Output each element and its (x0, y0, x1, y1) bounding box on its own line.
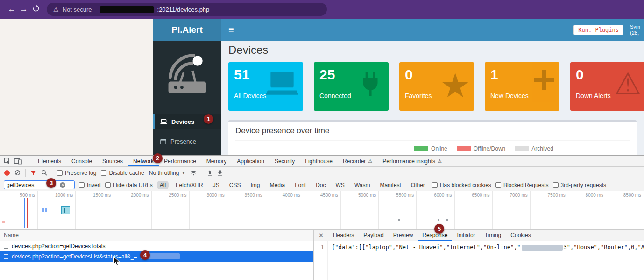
timeline-column: 8000 ms (568, 191, 606, 229)
chip-all[interactable]: All (157, 181, 169, 189)
search-icon[interactable] (41, 170, 47, 176)
throttling-select[interactable]: No throttling ▼ (149, 170, 186, 176)
run-plugins-button[interactable]: Run: Plugins (573, 25, 623, 35)
tab-preview[interactable]: Preview (389, 230, 418, 241)
request-row-selected[interactable]: devices.php?action=getDevicesList&status… (0, 251, 313, 262)
chip-ws[interactable]: WS (333, 181, 347, 189)
tab-initiator[interactable]: Initiator (452, 230, 480, 241)
legend-label: Online (431, 145, 447, 152)
chip-fetch-xhr[interactable]: Fetch/XHR (173, 181, 206, 189)
chip-font[interactable]: Font (292, 181, 309, 189)
header-device-line2: (28, (630, 30, 639, 36)
not-secure-label: Not secure (63, 6, 92, 13)
legend-item-offline[interactable]: Offline/Down (457, 145, 505, 152)
request-checkbox[interactable] (4, 244, 8, 249)
redacted-response-value (522, 245, 563, 251)
invert-checkbox[interactable]: Invert (79, 182, 101, 188)
record-icon[interactable] (4, 170, 10, 176)
address-bar[interactable]: ⚠ Not secure :20211/devices.php (47, 3, 327, 16)
checkbox-label: Hide data URLs (113, 182, 153, 188)
chip-js[interactable]: JS (210, 181, 222, 189)
blocked-requests-checkbox[interactable]: Blocked Requests (495, 182, 549, 188)
tab-performance-insights[interactable]: Performance insights ⚠ (377, 156, 447, 166)
has-blocked-cookies-checkbox[interactable]: Has blocked cookies (432, 182, 491, 188)
url-text: :20211/devices.php (157, 6, 210, 13)
legend-item-online[interactable]: Online (414, 145, 447, 152)
warning-icon: ⚠ (615, 69, 641, 99)
tab-sources[interactable]: Sources (97, 156, 128, 166)
tab-timing[interactable]: Timing (480, 230, 506, 241)
details-tabbar: ✕ Headers Payload Preview Response Initi… (314, 230, 644, 241)
response-body-line: {"data":[["laptop","Net - Huawei","Inter… (328, 241, 644, 280)
network-filter-field[interactable]: ✕ (4, 180, 75, 189)
stat-card-new-devices[interactable]: 1 New Devices + (485, 62, 559, 111)
chip-doc[interactable]: Doc (313, 181, 328, 189)
network-conditions-icon[interactable] (190, 170, 197, 176)
device-toolbar-icon[interactable] (14, 158, 22, 165)
inspect-element-icon[interactable] (4, 158, 11, 165)
close-icon[interactable]: ✕ (314, 230, 328, 241)
preserve-log-checkbox[interactable]: Preserve log (57, 170, 96, 176)
stat-card-down-alerts[interactable]: 0 Down Alerts ⚠ (570, 62, 644, 111)
checkbox-label: Invert (87, 182, 101, 188)
requests-table: Name devices.php?action=getDevicesTotals… (0, 230, 314, 280)
chip-img[interactable]: Img (248, 181, 262, 189)
forward-icon[interactable]: → (18, 5, 30, 14)
timeline-label: 4500 ms (320, 193, 338, 198)
preview-feature-icon: ⚠ (368, 158, 372, 164)
request-checkbox[interactable] (4, 254, 8, 259)
address-divider (96, 6, 96, 13)
menu-toggle-icon[interactable]: ≡ (228, 24, 234, 35)
disable-cache-checkbox[interactable]: Disable cache (101, 170, 144, 176)
router-illustration (153, 41, 221, 111)
stat-card-favorites[interactable]: 0 Favorites ★ (399, 62, 474, 111)
requests-name-header[interactable]: Name (0, 230, 313, 241)
stat-card-all-devices[interactable]: 51 All Devices (228, 62, 303, 111)
network-filterbar: ✕ Invert Hide data URLs All Fetch/XHR JS… (0, 179, 644, 191)
third-party-requests-checkbox[interactable]: 3rd-party requests (553, 182, 606, 188)
tab-lighthouse[interactable]: Lighthouse (300, 156, 338, 166)
chip-css[interactable]: CSS (226, 181, 244, 189)
filter-icon[interactable] (30, 170, 36, 176)
request-dot (2, 221, 5, 223)
stat-card-connected[interactable]: 25 Connected (314, 62, 389, 111)
network-split-view: Name devices.php?action=getDevicesTotals… (0, 230, 644, 280)
reload-icon[interactable] (30, 5, 42, 14)
back-icon[interactable]: ← (6, 5, 18, 14)
sidebar: Pi.Alert (153, 19, 221, 155)
tab-headers[interactable]: Headers (328, 230, 359, 241)
header-device-info: Sym (28, (630, 24, 641, 36)
chip-manifest[interactable]: Manifest (377, 181, 403, 189)
import-har-icon[interactable] (207, 170, 212, 176)
response-text: 3","House","Router",0,"Always on (564, 244, 644, 251)
stat-cards-row: 51 All Devices 25 Connected (228, 62, 644, 111)
tab-console[interactable]: Console (66, 156, 97, 166)
network-overview-timeline[interactable]: 500 ms 1000 ms 1500 ms 2000 ms 2500 ms 3… (0, 191, 644, 230)
tab-cookies[interactable]: Cookies (506, 230, 535, 241)
hide-data-urls-checkbox[interactable]: Hide data URLs (105, 182, 153, 188)
timeline-column: 3500 ms (227, 191, 265, 229)
response-viewer[interactable]: 1 {"data":[["laptop","Net - Huawei","Int… (314, 241, 644, 280)
chip-wasm[interactable]: Wasm (352, 181, 373, 189)
clear-filter-icon[interactable]: ✕ (60, 182, 65, 188)
app-brand[interactable]: Pi.Alert (153, 19, 221, 41)
tab-elements[interactable]: Elements (33, 156, 66, 166)
tab-security[interactable]: Security (269, 156, 300, 166)
timeline-label: 5500 ms (396, 193, 414, 198)
tab-payload[interactable]: Payload (359, 230, 388, 241)
tab-recorder[interactable]: Recorder ⚠ (338, 156, 377, 166)
chip-media[interactable]: Media (267, 181, 288, 189)
legend-swatch-archived (515, 146, 529, 151)
devtools-tabs: Elements Console Sources Network Perform… (33, 156, 447, 166)
tab-memory[interactable]: Memory (201, 156, 232, 166)
chip-other[interactable]: Other (408, 181, 428, 189)
legend-item-archived[interactable]: Archived (515, 145, 553, 152)
tab-performance[interactable]: Performance (159, 156, 201, 166)
sidebar-item-presence[interactable]: Presence (153, 133, 221, 149)
checkbox-label: 3rd-party requests (561, 182, 606, 188)
tab-application[interactable]: Application (232, 156, 269, 166)
export-har-icon[interactable] (217, 170, 223, 176)
checkbox-icon (553, 182, 559, 188)
clear-icon[interactable] (14, 170, 21, 176)
request-row[interactable]: devices.php?action=getDevicesTotals (0, 241, 313, 251)
